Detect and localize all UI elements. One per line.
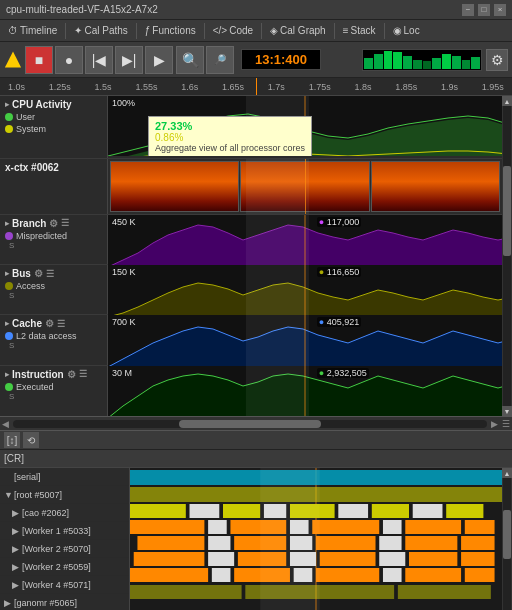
- cache-title: ▸ Cache ⚙ ☰: [5, 318, 102, 329]
- cao-expand-icon[interactable]: ▶: [12, 508, 22, 518]
- timer-display: 13:1:400: [241, 49, 321, 70]
- branch-legend: Mispredicted: [5, 231, 102, 241]
- root-expand-icon[interactable]: ▼: [4, 490, 14, 500]
- mini-bar-2: [374, 54, 383, 68]
- instr-menu-icon[interactable]: ☰: [79, 369, 87, 379]
- worker2b-expand-icon[interactable]: ▶: [12, 562, 22, 572]
- maximize-button[interactable]: □: [478, 4, 490, 16]
- bus-expand-s[interactable]: S: [5, 291, 102, 300]
- branch-graph: 450 K ● 117,000: [108, 215, 502, 267]
- next-button[interactable]: ▶|: [115, 46, 143, 74]
- instr-expand-s[interactable]: S: [5, 392, 102, 401]
- cao-label: [cao #2062]: [22, 508, 69, 518]
- cache-gear-icon[interactable]: ⚙: [45, 318, 54, 329]
- title-bar: cpu-multi-treaded-VF-A15x2-A7x2 − □ ×: [0, 0, 512, 20]
- tab-timeline[interactable]: ⏱ Timeline: [4, 24, 61, 37]
- cpu-activity-label: ▸ CPU Activity User System: [0, 96, 108, 158]
- zoom-in-button[interactable]: 🔍: [176, 46, 204, 74]
- toolbar-sep-5: [334, 23, 335, 39]
- vscroll-up-arrow[interactable]: ▲: [502, 96, 512, 106]
- cache-val1: 700 K: [112, 317, 136, 327]
- prev-button[interactable]: |◀: [85, 46, 113, 74]
- horizontal-scrollbar[interactable]: ◀ ▶ ☰: [0, 416, 512, 430]
- vscroll-down-arrow[interactable]: ▼: [502, 406, 512, 416]
- proc-row-worker4[interactable]: ▶ [Worker 4 #5071]: [0, 576, 129, 594]
- tab-functions[interactable]: ƒ Functions: [141, 24, 200, 37]
- branch-expand-s[interactable]: S: [5, 241, 102, 250]
- stack-icon: ≡: [343, 25, 349, 36]
- worker1-expand-icon[interactable]: ▶: [12, 526, 22, 536]
- worker4-expand-icon[interactable]: ▶: [12, 580, 22, 590]
- svg-rect-41: [137, 536, 204, 550]
- process-vscroll-thumb[interactable]: [503, 510, 511, 559]
- hscroll-track[interactable]: [13, 420, 487, 428]
- proc-row-worker2a[interactable]: ▶ [Worker 2 #5070]: [0, 540, 129, 558]
- svg-rect-54: [379, 552, 405, 566]
- loc-icon: ◉: [393, 25, 402, 36]
- branch-menu-icon[interactable]: ☰: [61, 218, 69, 228]
- minimize-button[interactable]: −: [462, 4, 474, 16]
- toolbar-right: ⚙: [362, 49, 508, 71]
- mini-bar-12: [471, 57, 480, 69]
- instr-val1: 30 M: [112, 368, 132, 378]
- branch-gear-icon[interactable]: ⚙: [49, 218, 58, 229]
- process-vscroll[interactable]: ▲ ▼: [502, 468, 512, 610]
- branch-expand[interactable]: ▸: [5, 219, 9, 228]
- ruler-mark-3: 1.5s: [95, 82, 112, 92]
- record-button[interactable]: ●: [55, 46, 83, 74]
- bt-btn-2[interactable]: ⟲: [23, 432, 39, 448]
- proc-row-worker2b[interactable]: ▶ [Worker 2 #5059]: [0, 558, 129, 576]
- mini-bar-5: [403, 56, 412, 69]
- proc-row-cao[interactable]: ▶ [cao #2062]: [0, 504, 129, 522]
- instr-gear-icon[interactable]: ⚙: [67, 369, 76, 380]
- timeline-icon: ⏱: [8, 25, 18, 36]
- bus-expand[interactable]: ▸: [5, 269, 9, 278]
- cache-legend: L2 data access: [5, 331, 102, 341]
- instr-expand[interactable]: ▸: [5, 370, 9, 379]
- svg-rect-57: [130, 568, 208, 582]
- hscroll-left-btn[interactable]: ◀: [2, 419, 9, 429]
- proc-row-ganomr[interactable]: ▶ [ganomr #5065]: [0, 594, 129, 610]
- play-button[interactable]: ▶: [145, 46, 173, 74]
- vscroll-track[interactable]: [503, 106, 511, 406]
- branch-val2-dot: ●: [319, 217, 324, 227]
- svg-rect-55: [409, 552, 457, 566]
- svg-rect-67: [398, 585, 491, 599]
- ganomr-expand-icon[interactable]: ▶: [4, 598, 14, 608]
- cache-expand-s[interactable]: S: [5, 341, 102, 350]
- tab-stack[interactable]: ≡ Stack: [339, 24, 380, 37]
- process-vscroll-track[interactable]: [503, 478, 511, 610]
- worker2a-expand-icon[interactable]: ▶: [12, 544, 22, 554]
- hscroll-thumb[interactable]: [179, 420, 321, 428]
- settings-button[interactable]: ⚙: [486, 49, 508, 71]
- flame-thumb-3: [371, 161, 500, 212]
- ruler-mark-4: 1.55s: [135, 82, 157, 92]
- cache-expand[interactable]: ▸: [5, 319, 9, 328]
- bt-btn-1[interactable]: [↕]: [4, 432, 20, 448]
- vscroll-thumb[interactable]: [503, 166, 511, 256]
- stop-button[interactable]: ■: [25, 46, 53, 74]
- svg-rect-38: [383, 520, 402, 534]
- bus-label: ▸ Bus ⚙ ☰ Access S: [0, 265, 108, 314]
- hscroll-right-btn[interactable]: ▶: [491, 419, 498, 429]
- cache-menu-icon[interactable]: ☰: [57, 319, 65, 329]
- tab-cal-graph[interactable]: ◈ Cal Graph: [266, 24, 330, 37]
- branch-val1: 450 K: [112, 217, 136, 227]
- zoom-out-button[interactable]: 🔎: [206, 46, 234, 74]
- proc-row-worker1[interactable]: ▶ [Worker 1 #5033]: [0, 522, 129, 540]
- proc-row-root[interactable]: ▼ [root #5007]: [0, 486, 129, 504]
- hscroll-settings[interactable]: ☰: [502, 419, 510, 429]
- tab-cal-paths[interactable]: ✦ Cal Paths: [70, 24, 131, 37]
- bus-menu-icon[interactable]: ☰: [46, 269, 54, 279]
- cpu-expand-icon[interactable]: ▸: [5, 100, 9, 109]
- proc-row-serial[interactable]: [serial]: [0, 468, 129, 486]
- process-vscroll-up[interactable]: ▲: [502, 468, 512, 478]
- bus-gear-icon[interactable]: ⚙: [34, 268, 43, 279]
- svg-rect-58: [212, 568, 231, 582]
- warning-icon: [4, 51, 22, 69]
- tab-code[interactable]: </> Code: [209, 24, 257, 37]
- vertical-scrollbar[interactable]: ▲ ▼: [502, 96, 512, 416]
- toolbar-sep-3: [204, 23, 205, 39]
- close-button[interactable]: ×: [494, 4, 506, 16]
- tab-loc[interactable]: ◉ Loc: [389, 24, 424, 37]
